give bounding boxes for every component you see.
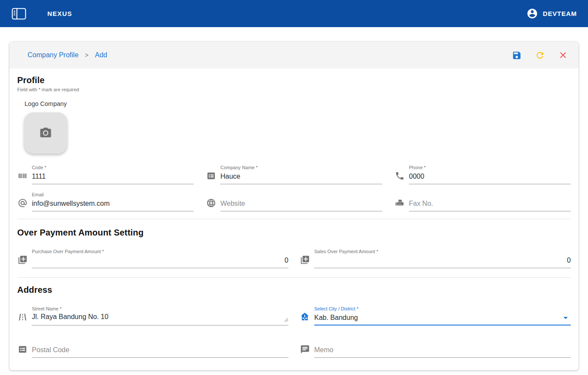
over-payment-row: Purchase Over Payment Amount * Sales Ove…: [17, 249, 571, 268]
refresh-icon[interactable]: [535, 50, 545, 60]
profile-row-1: Code * Company Name *: [17, 165, 571, 184]
barcode-icon: [17, 170, 28, 181]
save-icon[interactable]: [511, 50, 522, 60]
address-row-2: [17, 338, 571, 358]
website-label: [220, 192, 382, 198]
city-district-select[interactable]: Kab. Bandung: [314, 313, 571, 322]
city-district-value: Kab. Bandung: [314, 314, 560, 322]
phone-field: Phone *: [394, 165, 571, 184]
memo-input[interactable]: [314, 345, 571, 354]
ballot-card-icon: [17, 344, 28, 354]
breadcrumb-add[interactable]: Add: [95, 51, 107, 59]
card-toolbar: Company Profile > Add: [9, 42, 579, 68]
app-bar: NEXUS DEVTEAM: [0, 0, 588, 27]
website-field: [206, 192, 382, 211]
company-name-field: Company Name *: [206, 165, 382, 184]
city-district-field: Select City / District * Kab. Bandung: [300, 306, 571, 325]
account-circle-icon: [526, 8, 538, 19]
street-name-label: Street Name *: [32, 306, 288, 312]
fax-label: [409, 192, 571, 198]
fax-field: [394, 192, 571, 211]
required-note: Field with * mark are required: [17, 87, 571, 92]
toolbar-actions: [511, 50, 568, 60]
purchase-over-payment-field: Purchase Over Payment Amount *: [17, 249, 288, 268]
street-name-textarea[interactable]: Jl. Raya Bandung No. 10: [32, 313, 288, 322]
logo-upload-button[interactable]: [24, 112, 67, 154]
fax-input[interactable]: [409, 199, 571, 208]
section-divider: [17, 219, 571, 219]
sales-over-payment-field: Sales Over Payment Amount *: [300, 249, 571, 268]
code-field: Code *: [17, 165, 194, 184]
email-input[interactable]: [32, 199, 194, 208]
profile-section-title: Profile: [17, 75, 571, 85]
road-icon: [17, 312, 28, 322]
at-sign-icon: [17, 198, 28, 208]
code-input[interactable]: [32, 172, 194, 181]
address-row-1: Street Name * Jl. Raya Bandung No. 10: [17, 306, 571, 325]
purchase-over-payment-label: Purchase Over Payment Amount *: [32, 249, 288, 254]
sidebar-toggle-icon[interactable]: [11, 7, 27, 20]
company-name-label: Company Name *: [220, 165, 382, 170]
code-label: Code *: [32, 165, 194, 170]
chevron-down-icon[interactable]: [560, 313, 571, 323]
sales-over-payment-label: Sales Over Payment Amount *: [314, 249, 571, 254]
resize-handle-icon[interactable]: [284, 316, 288, 324]
email-label: Email: [32, 192, 194, 198]
city-home-icon: [300, 312, 310, 322]
phone-input[interactable]: [409, 172, 571, 181]
memo-label: [314, 338, 571, 344]
postal-code-input[interactable]: [32, 345, 288, 354]
logo-company-label: Logo Company: [25, 100, 571, 107]
globe-icon: [206, 198, 216, 208]
app-title: NEXUS: [47, 10, 72, 17]
library-add-icon: [300, 254, 310, 265]
breadcrumb-company-profile[interactable]: Company Profile: [28, 51, 78, 59]
company-profile-card: Company Profile > Add Profile Fi: [9, 42, 579, 370]
phone-label: Phone *: [409, 165, 571, 170]
over-payment-section-title: Over Payment Amount Setting: [17, 228, 571, 238]
address-section-title: Address: [17, 285, 571, 295]
section-divider: [17, 277, 571, 278]
company-name-input[interactable]: [220, 172, 382, 181]
street-name-field: Street Name * Jl. Raya Bandung No. 10: [17, 306, 288, 325]
user-menu[interactable]: DEVTEAM: [526, 8, 577, 19]
comment-icon: [300, 344, 310, 354]
ballot-card-icon: [206, 170, 216, 181]
close-icon[interactable]: [558, 50, 568, 60]
breadcrumb-separator: >: [85, 52, 88, 59]
library-add-icon: [17, 254, 28, 265]
profile-row-2: Email: [17, 192, 571, 211]
phone-icon: [394, 170, 405, 181]
city-district-label: Select City / District *: [314, 306, 571, 312]
sales-over-payment-input[interactable]: [314, 256, 571, 265]
purchase-over-payment-input[interactable]: [32, 256, 288, 265]
fax-printer-icon: [394, 198, 405, 208]
user-name: DEVTEAM: [543, 10, 577, 17]
postal-code-label: [32, 338, 288, 344]
website-input[interactable]: [220, 199, 382, 208]
camera-icon: [39, 127, 52, 139]
postal-code-field: [17, 338, 288, 358]
email-field: Email: [17, 192, 194, 211]
memo-field: [300, 338, 571, 358]
